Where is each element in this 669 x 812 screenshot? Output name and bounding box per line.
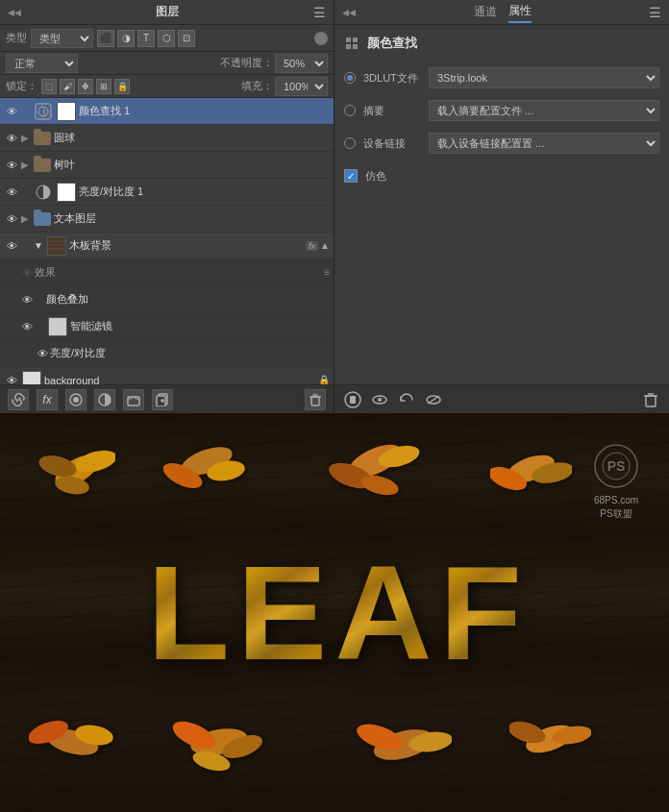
layers-toolbar: fx bbox=[0, 384, 334, 413]
lut-select[interactable]: 3Strip.look bbox=[429, 67, 659, 88]
pixel-filter-btn[interactable]: ⬛ bbox=[97, 30, 114, 47]
folder-icon bbox=[34, 159, 51, 172]
mask-btn[interactable] bbox=[65, 389, 87, 410]
visibility-icon: 👁 bbox=[19, 265, 35, 281]
visibility-icon[interactable]: 👁 bbox=[4, 238, 19, 254]
visibility-icon[interactable]: 👁 bbox=[4, 158, 19, 173]
layer-name: 树叶 bbox=[54, 158, 330, 172]
reset-btn[interactable] bbox=[396, 389, 417, 410]
letter-F: F bbox=[439, 546, 522, 680]
letter-shape-E: E bbox=[237, 537, 327, 688]
layer-item-background[interactable]: 👁 background 🔒 bbox=[0, 367, 334, 384]
svg-rect-8 bbox=[128, 397, 139, 406]
visibility-icon[interactable]: 👁 bbox=[4, 373, 19, 385]
delete-prop-btn[interactable] bbox=[640, 389, 661, 410]
leaf-cluster-2 bbox=[163, 437, 250, 507]
layer-item-color-lookup-1[interactable]: 👁 颜色查找 1 bbox=[0, 98, 334, 125]
dither-checkbox[interactable] bbox=[344, 169, 358, 183]
dither-label: 仿色 bbox=[365, 169, 423, 184]
visibility-icon[interactable]: 👁 bbox=[19, 319, 35, 334]
hide-btn[interactable] bbox=[423, 389, 444, 410]
fx-btn[interactable]: fx bbox=[37, 389, 58, 410]
fx-badge: fx bbox=[306, 241, 318, 251]
tab-channels[interactable]: 通道 bbox=[474, 2, 497, 22]
grid-cell bbox=[353, 44, 358, 49]
collapse-arrows[interactable]: ◀◀ bbox=[8, 8, 21, 17]
opacity-select[interactable]: 50% bbox=[275, 54, 328, 73]
abstract-radio[interactable] bbox=[344, 105, 356, 116]
blend-mode-select[interactable]: 正常 bbox=[6, 54, 78, 73]
visibility-icon[interactable]: 👁 bbox=[4, 131, 19, 146]
layer-item-leaf[interactable]: 👁 ▶ 树叶 bbox=[0, 152, 334, 179]
mask-channels-btn[interactable] bbox=[342, 389, 363, 410]
abstract-select[interactable]: 载入摘要配置文件 ... bbox=[429, 100, 659, 121]
shape-filter-btn[interactable]: ⬡ bbox=[158, 30, 175, 47]
svg-rect-3 bbox=[48, 237, 65, 255]
device-select[interactable]: 载入设备链接配置置 ... bbox=[429, 133, 659, 154]
layer-item-text-layer[interactable]: 👁 ▶ 文本图层 bbox=[0, 206, 334, 233]
layer-name: 圆球 bbox=[54, 131, 330, 145]
lock-all-btn[interactable]: 🔒 bbox=[114, 79, 130, 94]
layer-item-smart-filter[interactable]: 👁 智能滤镜 bbox=[0, 313, 334, 340]
link-layers-btn[interactable] bbox=[8, 389, 29, 410]
letter-A: A bbox=[334, 546, 432, 680]
svg-point-6 bbox=[73, 397, 79, 403]
lock-icons: ⬚ 🖌 ✥ ⊞ 🔒 bbox=[41, 79, 130, 94]
layer-item-effects[interactable]: 👁 效果 ≡ bbox=[0, 259, 334, 286]
folder-icon bbox=[34, 212, 51, 226]
smart-filter-btn[interactable]: ⊡ bbox=[178, 30, 195, 47]
leaf-cluster-bottom-3 bbox=[356, 708, 452, 783]
layer-item-wood-bg[interactable]: 👁 ▼ 木板背景 fx ▲ bbox=[0, 233, 334, 259]
expand-icon[interactable]: ▼ bbox=[33, 240, 44, 252]
lock-move-btn[interactable]: ✥ bbox=[78, 79, 93, 94]
layer-item-color-overlay[interactable]: 👁 颜色叠加 bbox=[0, 286, 334, 313]
device-radio[interactable] bbox=[344, 137, 356, 149]
new-group-btn[interactable] bbox=[123, 389, 144, 410]
new-layer-btn[interactable] bbox=[152, 389, 173, 410]
filter-toggle[interactable] bbox=[314, 32, 328, 45]
layers-panel: ◀◀ 图层 ☰ 类型 类型 ⬛ ◑ T ⬡ ⊡ 正常 不透明 bbox=[0, 0, 334, 413]
layer-item-brightness-1[interactable]: 👁 亮度/对比度 1 bbox=[0, 179, 334, 206]
layer-thumb bbox=[47, 236, 66, 256]
panel-tabs: 通道 属性 bbox=[474, 1, 532, 23]
text-filter-btn[interactable]: T bbox=[137, 30, 155, 47]
fill-select[interactable]: 100% bbox=[275, 77, 328, 96]
expand-icon[interactable]: ▶ bbox=[19, 160, 31, 171]
expand-icon[interactable]: ▶ bbox=[19, 133, 31, 144]
watermark-site: 68PS.com bbox=[592, 495, 640, 505]
layer-link-icon bbox=[19, 105, 33, 118]
adjustment-filter-btn[interactable]: ◑ bbox=[117, 30, 135, 47]
lock-transparent-btn[interactable]: ⬚ bbox=[41, 79, 57, 94]
expand-arrow[interactable]: ▲ bbox=[320, 240, 330, 251]
lock-artboard-btn[interactable]: ⊞ bbox=[96, 79, 112, 94]
leaf-cluster-4 bbox=[490, 442, 572, 507]
layer-item-brightness-2[interactable]: 👁 亮度/对比度 bbox=[0, 340, 334, 367]
visibility-icon[interactable]: 👁 bbox=[4, 104, 19, 119]
expand-icon[interactable]: ▶ bbox=[19, 213, 31, 225]
tab-properties[interactable]: 属性 bbox=[508, 1, 532, 23]
lock-brush-btn[interactable]: 🖌 bbox=[60, 79, 75, 94]
lut-radio[interactable] bbox=[344, 72, 356, 84]
layer-name: 智能滤镜 bbox=[70, 319, 330, 333]
folder-icon bbox=[34, 132, 51, 145]
lock-badge: 🔒 bbox=[318, 375, 330, 384]
collapse-arrows-right[interactable]: ◀◀ bbox=[342, 8, 356, 17]
lock-row: 锁定： ⬚ 🖌 ✥ ⊞ 🔒 填充： 100% bbox=[0, 75, 334, 98]
layer-item-sphere[interactable]: 👁 ▶ 圆球 bbox=[0, 125, 334, 152]
visibility-icon[interactable]: 👁 bbox=[35, 346, 50, 361]
delete-layer-btn[interactable] bbox=[305, 389, 326, 410]
layer-name: 亮度/对比度 1 bbox=[79, 185, 330, 199]
panel-menu-icon[interactable]: ☰ bbox=[313, 5, 326, 20]
visibility-icon[interactable]: 👁 bbox=[4, 211, 19, 227]
adjustment-btn[interactable] bbox=[94, 389, 115, 410]
filter-bar: 类型 类型 ⬛ ◑ T ⬡ ⊡ bbox=[0, 25, 334, 52]
visibility-icon[interactable]: 👁 bbox=[4, 185, 19, 200]
letter-shape-A: A bbox=[334, 537, 432, 688]
grid-cell bbox=[346, 37, 351, 42]
view-btn[interactable] bbox=[369, 389, 390, 410]
leaf-cluster-3 bbox=[327, 432, 423, 507]
filter-select[interactable]: 类型 bbox=[31, 29, 93, 48]
panel-menu-icon-right[interactable]: ☰ bbox=[649, 5, 661, 20]
visibility-icon[interactable]: 👁 bbox=[19, 292, 35, 308]
leaf-cluster-1 bbox=[38, 442, 115, 503]
